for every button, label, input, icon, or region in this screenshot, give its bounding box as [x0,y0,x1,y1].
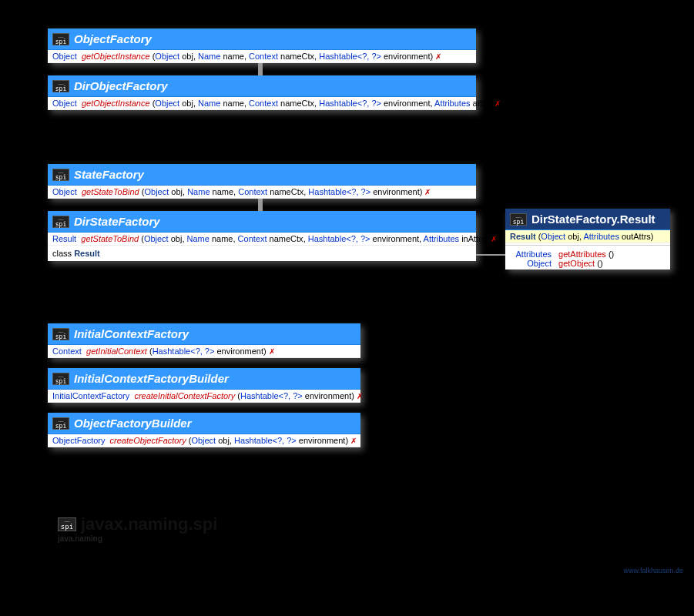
class-header: spi InitialContextFactory [48,323,360,345]
class-title: DirStateFactory [74,215,160,228]
class-object-factory: spi ObjectFactory Object getObjectInstan… [48,28,476,63]
class-header: spi InitialContextFactoryBuilder [48,368,360,390]
class-header: spi StateFactory [48,164,476,186]
class-object-factory-builder: spi ObjectFactoryBuilder ObjectFactory c… [48,413,360,447]
spi-icon: spi [52,417,69,430]
inheritance-connector [258,199,263,211]
spi-icon: spi [58,517,76,531]
method-signature: Object getStateToBind (Object obj, Name … [48,186,476,199]
nested-class-row: class Result [48,246,476,261]
class-dir-state-factory-result: spi DirStateFactory.Result Result (Objec… [505,209,670,270]
module-name: java.naming [58,534,217,543]
class-title: InitialContextFactory [74,327,189,340]
class-title: InitialContextFactoryBuilder [74,372,229,385]
class-header: spi DirObjectFactory [48,75,476,97]
method-signature: InitialContextFactory createInitialConte… [48,390,360,403]
class-initial-context-factory-builder: spi InitialContextFactoryBuilder Initial… [48,368,360,403]
spi-icon: spi [52,373,69,385]
method-signature: Object getObjectInstance (Object obj, Na… [48,50,476,63]
class-title: DirObjectFactory [74,79,168,92]
class-header: spi ObjectFactoryBuilder [48,413,360,434]
spi-icon: spi [52,216,69,228]
class-header: spi DirStateFactory.Result [505,209,670,230]
class-header: spi ObjectFactory [48,28,476,50]
class-title: StateFactory [74,168,144,181]
method-signature: Attributes getAttributes () [505,247,670,259]
spi-icon: spi [52,169,69,181]
class-header: spi DirStateFactory [48,211,476,233]
method-signature: Context getInitialContext (Hashtable<?, … [48,345,360,358]
watermark: www.falkhausen.de [623,567,683,574]
association-connector [476,254,505,256]
class-title: DirStateFactory.Result [531,213,655,226]
class-dir-state-factory: spi DirStateFactory Result getStateToBin… [48,211,476,261]
method-signature: Object getObject () [505,259,670,270]
method-signature: Object getObjectInstance (Object obj, Na… [48,97,476,110]
class-dir-object-factory: spi DirObjectFactory Object getObjectIns… [48,75,476,110]
constructor-signature: Result (Object obj, Attributes outAttrs) [505,230,670,243]
spi-icon: spi [52,33,69,45]
class-state-factory: spi StateFactory Object getStateToBind (… [48,164,476,199]
spi-icon: spi [510,213,527,226]
method-signature: ObjectFactory createObjectFactory (Objec… [48,434,360,447]
method-signature: Result getStateToBind (Object obj, Name … [48,233,476,246]
spi-icon: spi [52,80,69,92]
package-name: javax.naming.spi [81,514,217,534]
package-label: spi javax.naming.spi java.naming [58,514,217,543]
class-title: ObjectFactoryBuilder [74,417,192,430]
class-initial-context-factory: spi InitialContextFactory Context getIni… [48,323,360,358]
spi-icon: spi [52,328,69,340]
inheritance-connector [258,63,263,75]
class-title: ObjectFactory [74,32,152,45]
